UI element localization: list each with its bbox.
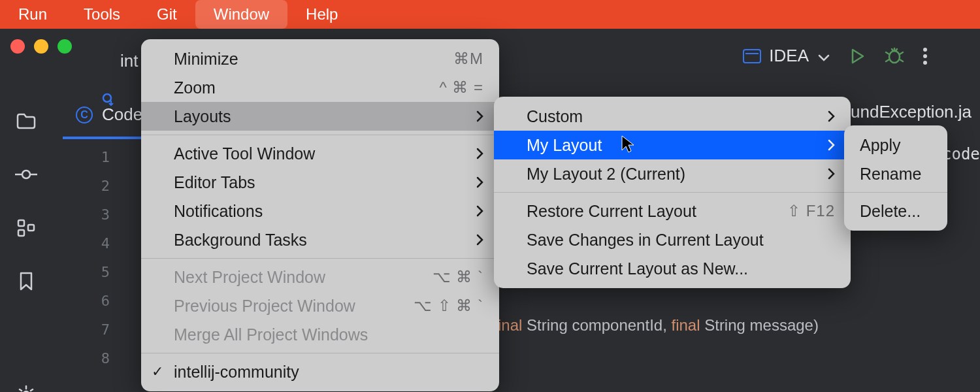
project-tool-icon[interactable] [15,110,37,132]
menu-item-editor-tabs[interactable]: Editor Tabs [141,168,499,197]
menu-item-my-layout-2[interactable]: My Layout 2 (Current) [494,159,851,188]
menu-item-zoom[interactable]: Zoom^ ⌘ = [141,73,499,102]
code-fragment: code [942,145,980,163]
minimize-window-button[interactable] [34,39,48,54]
svg-point-4 [22,171,30,178]
line-number: 4 [63,229,122,257]
chevron-down-icon [818,46,830,66]
bookmarks-tool-icon[interactable] [15,270,37,293]
menu-separator [494,192,851,193]
my-layout-submenu: Apply Rename Delete... [844,125,947,231]
menu-separator [141,135,499,135]
window-title-fragment: int [120,51,138,71]
menu-window[interactable]: Window [195,0,287,29]
layouts-submenu: Custom My Layout My Layout 2 (Current) R… [494,97,851,288]
line-number: 6 [63,286,122,315]
menu-tools[interactable]: Tools [65,0,139,29]
chevron-right-icon [827,165,835,184]
debug-button[interactable] [885,46,904,66]
menu-separator [141,258,499,259]
chevron-right-icon [476,173,483,192]
menu-item-save-layout-as-new[interactable]: Save Current Layout as New... [494,254,851,283]
keyword: inal [498,316,522,334]
menu-run[interactable]: Run [0,0,65,29]
commit-tool-icon[interactable] [15,163,37,186]
menu-item-save-changes-layout[interactable]: Save Changes in Current Layout [494,225,851,254]
chevron-right-icon [476,202,483,221]
run-config-label: IDEA [769,46,809,66]
chevron-right-icon [476,107,483,126]
menu-item-rename-layout[interactable]: Rename [844,159,947,188]
menu-item-active-tool-window[interactable]: Active Tool Window [141,139,499,168]
chevron-right-icon [476,144,483,163]
keyword: final [672,316,700,334]
chevron-right-icon [827,136,835,155]
menu-item-next-project-window: Next Project Window⌥ ⌘ ` [141,263,499,291]
line-number: 3 [63,200,122,229]
menu-item-project[interactable]: ✓ intellij-community [141,357,499,386]
maximize-window-button[interactable] [57,39,72,54]
line-number: 8 [63,344,122,372]
menu-item-merge-project-windows: Merge All Project Windows [141,320,499,349]
run-button[interactable] [848,47,866,65]
menu-item-restore-layout[interactable]: Restore Current Layout⇧ F12 [494,197,851,225]
line-number: 7 [63,315,122,344]
svg-point-11 [103,94,111,102]
class-file-icon: C [76,106,93,123]
menu-item-custom-layout[interactable]: Custom [494,102,851,131]
svg-rect-9 [28,225,34,231]
svg-rect-8 [18,230,24,236]
svg-point-0 [889,51,900,63]
window-controls [10,39,72,54]
line-number: 5 [63,257,122,286]
menu-item-layouts[interactable]: Layouts [141,102,499,131]
menu-item-previous-project-window: Previous Project Window⌥ ⇧ ⌘ ` [141,291,499,320]
menu-item-notifications[interactable]: Notifications [141,197,499,225]
menu-item-my-layout[interactable]: My Layout [494,131,851,159]
close-window-button[interactable] [10,39,25,54]
editor-tab-fragment[interactable]: undException.ja [851,102,972,122]
menubar: Run Tools Git Window Help [0,0,980,29]
run-configuration-selector[interactable]: IDEA [743,46,830,66]
menu-item-background-tasks[interactable]: Background Tasks [141,225,499,254]
line-number: 1 [63,142,122,171]
checkmark-icon: ✓ [152,363,163,380]
svg-point-3 [923,61,927,65]
window-menu: Minimize⌘M Zoom^ ⌘ = Layouts Active Tool… [141,39,499,391]
editor-gutter: 1 2 3 4 5 6 7 8 [63,142,122,372]
chevron-right-icon [476,231,483,250]
menu-item-delete-layout[interactable]: Delete... [844,197,947,225]
menu-separator [141,353,499,353]
toolbar-right: IDEA [743,46,928,66]
code-text: String message) [700,316,819,334]
editor-code-line[interactable]: inal String componentId, final String me… [498,316,819,335]
svg-point-1 [923,48,927,52]
more-actions-button[interactable] [923,46,928,66]
run-config-icon [743,49,761,63]
gutter-implements-icon[interactable] [102,93,115,108]
structure-tool-icon[interactable] [15,217,37,239]
menu-help[interactable]: Help [287,0,356,29]
menu-item-apply-layout[interactable]: Apply [844,131,947,159]
chevron-right-icon [827,107,835,126]
code-text: String componentId, [522,316,671,334]
menu-git[interactable]: Git [139,0,195,29]
menu-item-minimize[interactable]: Minimize⌘M [141,44,499,73]
svg-rect-7 [18,220,24,226]
left-sidebar [0,86,52,392]
line-number: 2 [63,171,122,200]
menu-separator [844,192,947,193]
svg-point-2 [923,54,927,58]
build-tool-icon[interactable] [15,383,37,392]
